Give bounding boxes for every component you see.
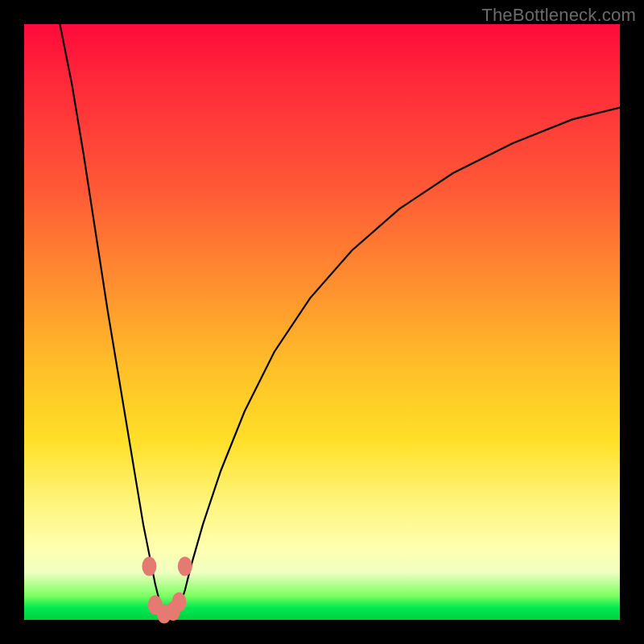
plot-area [24,24,620,620]
bottleneck-curve [60,24,620,617]
curve-marker [171,592,186,612]
curve-svg [24,24,620,620]
watermark-text: TheBottleneck.com [481,5,636,26]
curve-marker [178,556,192,576]
chart-frame: TheBottleneck.com [0,0,644,644]
curve-marker [142,556,156,576]
